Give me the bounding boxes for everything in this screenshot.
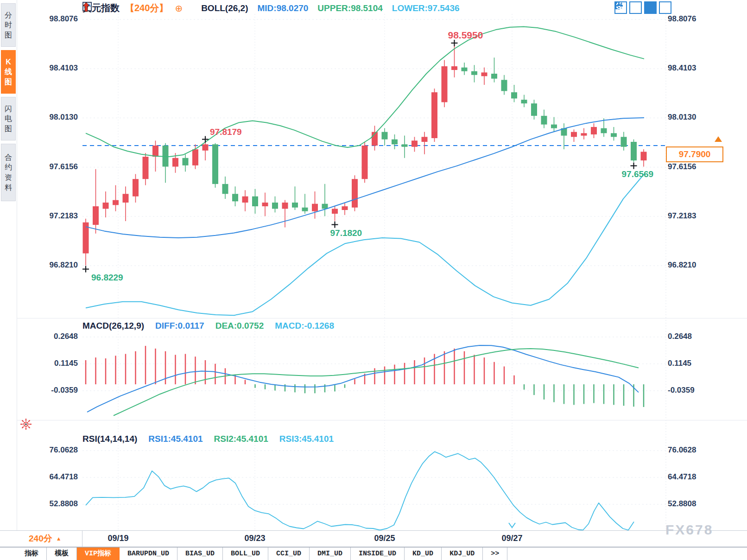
add-indicator-icon[interactable]: ⊕ <box>175 3 183 14</box>
bottom-tab-dmiud[interactable]: DMI_UD <box>310 547 351 560</box>
svg-text:97.6569: 97.6569 <box>622 169 654 179</box>
chart-canvas[interactable]: 98.595097.817997.182096.822997.6569 <box>0 0 747 560</box>
axis-auto-scale-icon[interactable] <box>644 1 657 14</box>
indicator-tabbar: 指标模板VIP指标BARUPDN_UDBIAS_UDBOLL_UDCCI_UDD… <box>0 547 747 560</box>
period-value: 240分 <box>29 533 52 545</box>
bottom-tab-cciud[interactable]: CCI_UD <box>268 547 310 560</box>
svg-text:98.5950: 98.5950 <box>448 30 483 40</box>
bottom-tab-tab1[interactable]: 模板 <box>47 547 77 560</box>
chart-application: 分时图 K线图 闪电图 合约资料 98.595097.817997.182096… <box>0 0 747 560</box>
bottom-tab-vip[interactable]: VIP指标 <box>77 547 120 560</box>
bottom-tab-biasud[interactable]: BIAS_UD <box>177 547 223 560</box>
bottom-tab-tab0[interactable]: 指标 <box>17 547 47 560</box>
last-price-value: 97.7900 <box>679 149 711 159</box>
svg-text:97.1820: 97.1820 <box>330 228 362 238</box>
bottom-tab-tab11[interactable]: >> <box>483 547 507 560</box>
bottom-tab-barupdnud[interactable]: BARUPDN_UD <box>120 547 177 560</box>
pane-separator <box>17 318 747 318</box>
bottom-tab-insideud[interactable]: INSIDE_UD <box>351 547 405 560</box>
chart-toolbar <box>614 1 671 14</box>
period-selector[interactable]: 240分 ▲ <box>17 531 82 547</box>
timeline-strip <box>0 530 747 547</box>
chevron-up-icon: ▲ <box>56 535 62 542</box>
pan-right-icon[interactable] <box>659 1 671 14</box>
axis-range-icon[interactable] <box>629 1 642 14</box>
bottom-tab-kdjud[interactable]: KDJ_UD <box>442 547 483 560</box>
bottom-tab-bollud[interactable]: BOLL_UD <box>223 547 268 560</box>
bottom-tab-kdud[interactable]: KD_UD <box>405 547 442 560</box>
svg-text:96.8229: 96.8229 <box>91 273 123 282</box>
svg-text:97.8179: 97.8179 <box>210 127 242 137</box>
pane-separator <box>17 420 747 420</box>
last-price-box: 97.7900 <box>666 146 723 162</box>
